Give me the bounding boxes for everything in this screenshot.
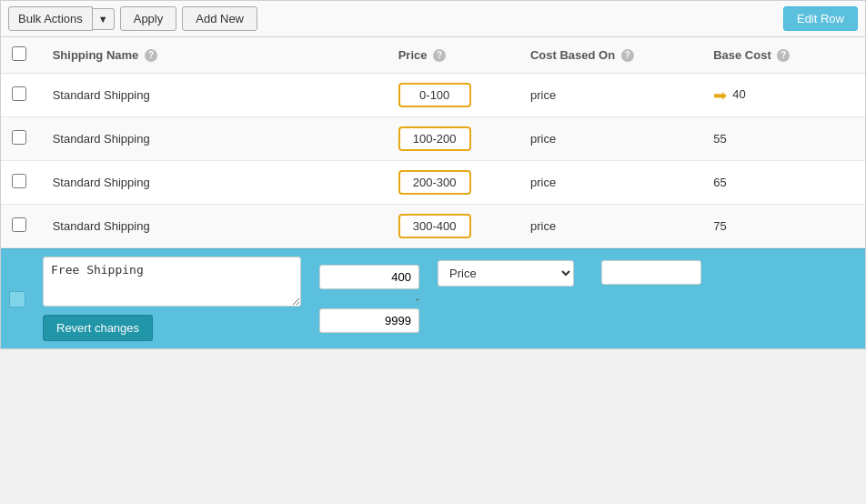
cost-based-on-header: Cost Based On ? (519, 37, 702, 74)
edit-row-name-cell: Revert changes (34, 249, 310, 348)
price-from-input[interactable] (319, 265, 419, 289)
row-price: 0-100 (388, 74, 519, 117)
price-badge: 300-400 (398, 214, 471, 238)
edit-row-cost-based-cell: Price Weight Quantity (428, 249, 592, 348)
base-cost-header: Base Cost ? (702, 37, 865, 74)
shipping-name-header: Shipping Name ? (42, 37, 388, 74)
revert-changes-button[interactable]: Revert changes (43, 315, 153, 341)
row-name: Standard Shipping (42, 161, 388, 205)
base-cost-value: 40 (732, 87, 745, 101)
shipping-table: Shipping Name ? Price ? Cost Based On ? … (1, 37, 865, 248)
price-to-input[interactable] (319, 308, 419, 333)
row-checkbox[interactable] (12, 174, 26, 188)
row-price: 200-300 (388, 161, 519, 205)
price-badge: 100-200 (398, 126, 471, 151)
base-cost-input[interactable] (601, 260, 701, 285)
row-checkbox[interactable] (12, 130, 26, 145)
edit-row-button[interactable]: Edit Row (783, 6, 858, 31)
row-checkbox-cell (1, 205, 42, 248)
table-header-row: Shipping Name ? Price ? Cost Based On ? … (1, 37, 865, 74)
cost-based-help-icon[interactable]: ? (621, 49, 634, 62)
row-cost-based-on: price (519, 161, 702, 205)
row-price: 300-400 (388, 205, 519, 248)
table-body: Standard Shipping0-100price➡40Standard S… (1, 74, 865, 248)
row-checkbox[interactable] (12, 217, 26, 232)
row-cost-based-on: price (519, 74, 702, 117)
table-row: Standard Shipping0-100price➡40 (1, 74, 865, 117)
base-cost-value: 75 (713, 219, 726, 233)
table-row: Standard Shipping100-200price55 (1, 117, 865, 161)
row-name: Standard Shipping (42, 74, 388, 117)
price-badge: 0-100 (398, 83, 471, 107)
edit-row-checkbox[interactable] (9, 291, 25, 307)
price-help-icon[interactable]: ? (433, 49, 446, 62)
row-name: Standard Shipping (42, 205, 388, 248)
edit-row-base-cost-cell (592, 249, 865, 348)
table-row: Standard Shipping200-300price65 (1, 161, 865, 205)
row-checkbox[interactable] (12, 86, 26, 101)
bulk-actions-dropdown[interactable]: ▼ (93, 8, 115, 30)
row-checkbox-cell (1, 117, 42, 161)
main-container: Bulk Actions ▼ Apply Add New Edit Row Sh… (0, 0, 866, 349)
arrow-indicator-icon: ➡ (713, 86, 727, 106)
row-base-cost: 75 (702, 205, 865, 248)
row-checkbox-cell (1, 161, 42, 205)
free-shipping-name-input[interactable] (43, 257, 301, 307)
select-all-checkbox[interactable] (12, 46, 26, 61)
row-base-cost: 65 (702, 161, 865, 205)
row-name: Standard Shipping (42, 117, 388, 161)
row-cost-based-on: price (519, 117, 702, 161)
dropdown-arrow-icon: ▼ (98, 14, 108, 25)
base-cost-value: 65 (713, 176, 726, 189)
add-new-button[interactable]: Add New (182, 6, 257, 31)
toolbar: Bulk Actions ▼ Apply Add New Edit Row (1, 1, 865, 37)
edit-row-checkbox-cell (1, 249, 34, 348)
price-header: Price ? (388, 37, 519, 74)
base-cost-help-icon[interactable]: ? (777, 49, 790, 62)
bulk-actions-button[interactable]: Bulk Actions (8, 6, 93, 31)
cost-based-on-select[interactable]: Price Weight Quantity (438, 260, 574, 287)
table-row: Standard Shipping300-400price75 (1, 205, 865, 248)
price-dash: - (416, 293, 419, 305)
price-badge: 200-300 (398, 170, 471, 195)
row-price: 100-200 (388, 117, 519, 161)
bulk-actions-wrap: Bulk Actions ▼ (8, 6, 115, 31)
select-all-header (1, 37, 42, 74)
row-base-cost: ➡40 (702, 74, 865, 117)
row-cost-based-on: price (519, 205, 702, 248)
row-base-cost: 55 (702, 117, 865, 161)
edit-row-section: Revert changes - Price Weight Quantity (1, 248, 865, 348)
base-cost-value: 55 (713, 132, 726, 146)
row-checkbox-cell (1, 74, 42, 117)
edit-row-price-cell: - (310, 249, 428, 348)
shipping-name-help-icon[interactable]: ? (145, 49, 157, 62)
apply-button[interactable]: Apply (120, 6, 177, 31)
